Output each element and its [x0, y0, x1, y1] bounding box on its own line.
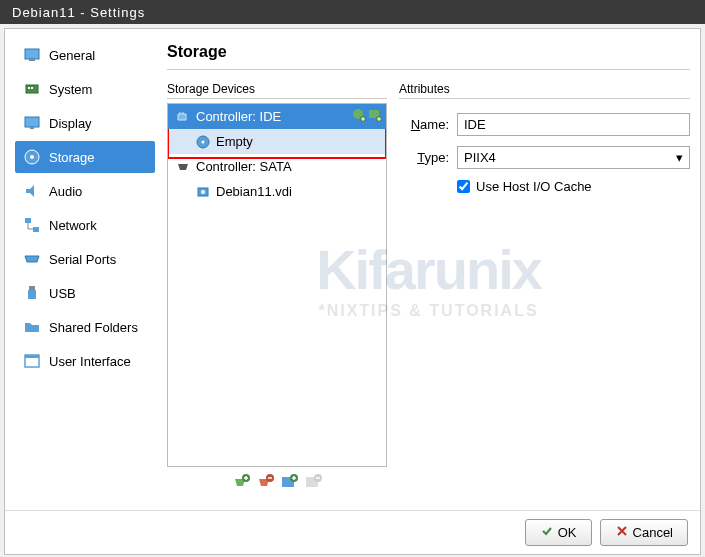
sidebar-label: Serial Ports: [49, 252, 116, 267]
type-value: PIIX4: [464, 150, 496, 165]
sidebar-item-storage[interactable]: Storage: [15, 141, 155, 173]
type-select[interactable]: PIIX4 ▾: [457, 146, 690, 169]
svg-rect-6: [30, 127, 34, 129]
svg-point-8: [30, 155, 34, 159]
sidebar-item-general[interactable]: General: [15, 39, 155, 71]
add-attachment-icon[interactable]: [280, 473, 298, 494]
page-title: Storage: [167, 39, 690, 70]
svg-rect-5: [25, 117, 39, 127]
sidebar-label: USB: [49, 286, 76, 301]
audio-icon: [23, 182, 41, 200]
sidebar-label: Storage: [49, 150, 95, 165]
tree-item-vdi[interactable]: Debian11.vdi: [168, 179, 386, 204]
settings-window: General System Display Storage Audio Net…: [4, 28, 701, 555]
cache-label: Use Host I/O Cache: [476, 179, 592, 194]
controller-icon: [176, 160, 190, 174]
ui-icon: [23, 352, 41, 370]
svg-rect-9: [25, 218, 31, 223]
storage-icon: [23, 148, 41, 166]
tree-item-label: Debian11.vdi: [216, 184, 292, 199]
sidebar-item-network[interactable]: Network: [15, 209, 155, 241]
cancel-icon: [615, 524, 629, 541]
controller-add-icons: [352, 108, 382, 125]
main-panel: Storage Storage Devices Controller: IDE: [167, 39, 690, 500]
tree-toolbar: [167, 467, 387, 500]
controller-ide[interactable]: Controller: IDE: [168, 104, 386, 129]
network-icon: [23, 216, 41, 234]
sidebar-item-system[interactable]: System: [15, 73, 155, 105]
attributes-label: Attributes: [399, 82, 690, 99]
window-titlebar: Debian11 - Settings: [0, 0, 705, 24]
sidebar-label: General: [49, 48, 95, 63]
sidebar-label: Audio: [49, 184, 82, 199]
cancel-label: Cancel: [633, 525, 673, 540]
content-area: General System Display Storage Audio Net…: [5, 29, 700, 510]
tree-item-empty[interactable]: Empty: [168, 129, 386, 154]
category-sidebar: General System Display Storage Audio Net…: [15, 39, 155, 500]
svg-rect-14: [25, 355, 39, 358]
devices-label: Storage Devices: [167, 82, 387, 99]
add-controller-icon[interactable]: [232, 473, 250, 494]
cache-row: Use Host I/O Cache: [399, 179, 690, 194]
tree-item-label: Empty: [216, 134, 253, 149]
dialog-footer: OK Cancel: [5, 510, 700, 554]
add-disk-icon[interactable]: [368, 108, 382, 125]
sidebar-item-display[interactable]: Display: [15, 107, 155, 139]
sidebar-item-usb[interactable]: USB: [15, 277, 155, 309]
chevron-down-icon: ▾: [676, 150, 683, 165]
controller-icon: [176, 110, 190, 124]
window-title: Debian11 - Settings: [12, 5, 145, 20]
type-row: Type: PIIX4 ▾: [399, 146, 690, 169]
sidebar-label: Display: [49, 116, 92, 131]
type-label: Type:: [399, 150, 449, 165]
svg-rect-11: [29, 286, 35, 290]
svg-rect-3: [28, 87, 30, 89]
controller-label: Controller: SATA: [196, 159, 292, 174]
sidebar-item-audio[interactable]: Audio: [15, 175, 155, 207]
devices-column: Storage Devices Controller: IDE: [167, 82, 387, 500]
cancel-button[interactable]: Cancel: [600, 519, 688, 546]
ok-label: OK: [558, 525, 577, 540]
svg-rect-1: [29, 59, 35, 61]
ok-button[interactable]: OK: [525, 519, 592, 546]
sidebar-label: Network: [49, 218, 97, 233]
serial-icon: [23, 250, 41, 268]
storage-tree[interactable]: Controller: IDE Empty Con: [167, 103, 387, 467]
display-icon: [23, 114, 41, 132]
disk-icon: [196, 185, 210, 199]
usb-icon: [23, 284, 41, 302]
controller-sata[interactable]: Controller: SATA: [168, 154, 386, 179]
sidebar-label: Shared Folders: [49, 320, 138, 335]
name-input[interactable]: [457, 113, 690, 136]
sidebar-item-user-interface[interactable]: User Interface: [15, 345, 155, 377]
svg-rect-4: [31, 87, 33, 89]
svg-rect-0: [25, 49, 39, 59]
name-row: NName:ame:: [399, 113, 690, 136]
remove-attachment-icon: [304, 473, 322, 494]
ok-icon: [540, 524, 554, 541]
storage-area: Storage Devices Controller: IDE: [167, 82, 690, 500]
controller-label: Controller: IDE: [196, 109, 281, 124]
svg-rect-12: [28, 290, 36, 299]
sidebar-label: System: [49, 82, 92, 97]
remove-controller-icon[interactable]: [256, 473, 274, 494]
svg-point-20: [202, 140, 205, 143]
system-icon: [23, 80, 41, 98]
sidebar-item-serial[interactable]: Serial Ports: [15, 243, 155, 275]
add-disc-icon[interactable]: [352, 108, 366, 125]
cache-checkbox[interactable]: [457, 180, 470, 193]
sidebar-label: User Interface: [49, 354, 131, 369]
disc-icon: [196, 135, 210, 149]
svg-rect-10: [33, 227, 39, 232]
sidebar-item-shared-folders[interactable]: Shared Folders: [15, 311, 155, 343]
folder-icon: [23, 318, 41, 336]
svg-point-22: [201, 190, 205, 194]
general-icon: [23, 46, 41, 64]
attributes-column: Attributes NName:ame: Type: PIIX4 ▾: [399, 82, 690, 500]
name-label: NName:ame:: [399, 117, 449, 132]
